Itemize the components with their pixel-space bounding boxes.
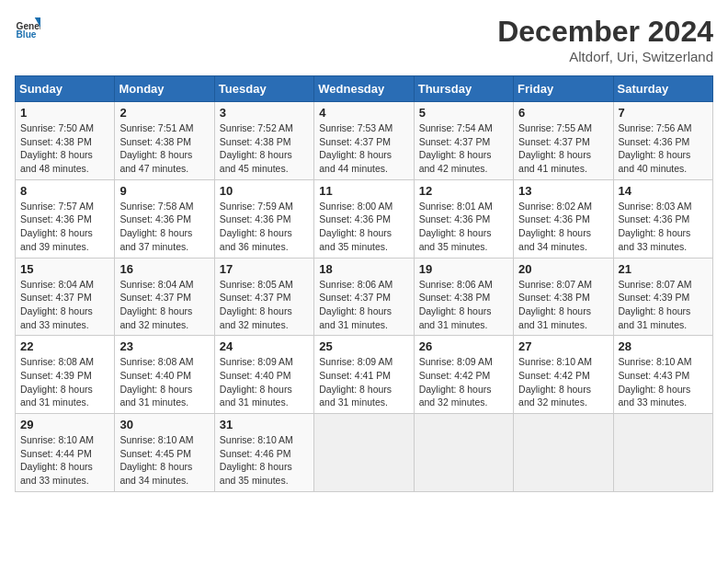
day-number: 17 <box>220 262 309 276</box>
day-info: Sunrise: 8:10 AM Sunset: 4:42 PM Dayligh… <box>518 355 608 409</box>
page-header: General Blue December 2024 Altdorf, Uri,… <box>15 15 713 64</box>
month-title: December 2024 <box>497 15 713 49</box>
day-info: Sunrise: 7:58 AM Sunset: 4:36 PM Dayligh… <box>119 200 209 254</box>
weekday-header: Tuesday <box>214 76 313 102</box>
calendar-day-cell: 27 Sunrise: 8:10 AM Sunset: 4:42 PM Dayl… <box>514 336 613 414</box>
day-info: Sunrise: 8:04 AM Sunset: 4:37 PM Dayligh… <box>20 278 109 332</box>
day-number: 23 <box>119 339 209 353</box>
day-info: Sunrise: 8:01 AM Sunset: 4:36 PM Dayligh… <box>419 200 508 254</box>
weekday-header: Thursday <box>414 76 513 102</box>
calendar-day-cell: 18 Sunrise: 8:06 AM Sunset: 4:37 PM Dayl… <box>314 258 414 336</box>
day-info: Sunrise: 7:55 AM Sunset: 4:37 PM Dayligh… <box>518 121 608 176</box>
day-number: 6 <box>518 106 608 120</box>
calendar-day-cell: 11 Sunrise: 8:00 AM Sunset: 4:36 PM Dayl… <box>314 179 414 258</box>
calendar-day-cell: 10 Sunrise: 7:59 AM Sunset: 4:36 PM Dayl… <box>214 179 313 258</box>
calendar-day-cell <box>414 414 513 492</box>
calendar-week-row: 15 Sunrise: 8:04 AM Sunset: 4:37 PM Dayl… <box>16 258 713 336</box>
day-info: Sunrise: 8:10 AM Sunset: 4:44 PM Dayligh… <box>20 433 109 488</box>
day-number: 2 <box>119 106 209 120</box>
day-number: 3 <box>220 106 309 120</box>
day-number: 18 <box>319 262 408 276</box>
location: Altdorf, Uri, Switzerland <box>497 49 713 64</box>
calendar-day-cell: 2 Sunrise: 7:51 AM Sunset: 4:38 PM Dayli… <box>115 102 214 180</box>
calendar-day-cell: 1 Sunrise: 7:50 AM Sunset: 4:38 PM Dayli… <box>16 102 115 180</box>
day-info: Sunrise: 7:51 AM Sunset: 4:38 PM Dayligh… <box>119 121 209 176</box>
day-number: 5 <box>419 106 508 120</box>
calendar-day-cell: 24 Sunrise: 8:09 AM Sunset: 4:40 PM Dayl… <box>214 336 313 414</box>
calendar-day-cell <box>314 414 414 492</box>
logo: General Blue <box>15 15 40 40</box>
day-info: Sunrise: 8:07 AM Sunset: 4:38 PM Dayligh… <box>518 278 608 332</box>
title-block: December 2024 Altdorf, Uri, Switzerland <box>497 15 713 64</box>
day-number: 25 <box>319 339 408 353</box>
day-number: 14 <box>619 184 708 198</box>
weekday-header: Friday <box>514 76 613 102</box>
calendar-day-cell: 20 Sunrise: 8:07 AM Sunset: 4:38 PM Dayl… <box>514 258 613 336</box>
calendar-day-cell: 13 Sunrise: 8:02 AM Sunset: 4:36 PM Dayl… <box>514 179 613 258</box>
calendar-day-cell: 4 Sunrise: 7:53 AM Sunset: 4:37 PM Dayli… <box>314 102 414 180</box>
calendar-day-cell: 21 Sunrise: 8:07 AM Sunset: 4:39 PM Dayl… <box>613 258 712 336</box>
day-info: Sunrise: 8:06 AM Sunset: 4:37 PM Dayligh… <box>319 278 408 332</box>
day-number: 13 <box>518 184 608 198</box>
calendar-day-cell: 30 Sunrise: 8:10 AM Sunset: 4:45 PM Dayl… <box>115 414 214 492</box>
day-number: 15 <box>20 262 109 276</box>
day-number: 4 <box>319 106 408 120</box>
day-number: 27 <box>518 339 608 353</box>
day-number: 28 <box>619 339 708 353</box>
day-number: 22 <box>20 339 109 353</box>
day-info: Sunrise: 8:10 AM Sunset: 4:43 PM Dayligh… <box>619 355 708 409</box>
day-info: Sunrise: 8:05 AM Sunset: 4:37 PM Dayligh… <box>220 278 309 332</box>
day-info: Sunrise: 8:10 AM Sunset: 4:46 PM Dayligh… <box>220 433 309 488</box>
day-number: 29 <box>20 418 109 431</box>
calendar-day-cell: 16 Sunrise: 8:04 AM Sunset: 4:37 PM Dayl… <box>115 258 214 336</box>
day-info: Sunrise: 8:07 AM Sunset: 4:39 PM Dayligh… <box>619 278 708 332</box>
day-number: 7 <box>619 106 708 120</box>
calendar-day-cell: 8 Sunrise: 7:57 AM Sunset: 4:36 PM Dayli… <box>16 179 115 258</box>
calendar-day-cell: 14 Sunrise: 8:03 AM Sunset: 4:36 PM Dayl… <box>613 179 712 258</box>
day-number: 31 <box>220 418 309 431</box>
day-info: Sunrise: 7:56 AM Sunset: 4:36 PM Dayligh… <box>619 121 708 176</box>
calendar-week-row: 29 Sunrise: 8:10 AM Sunset: 4:44 PM Dayl… <box>16 414 713 492</box>
day-info: Sunrise: 7:54 AM Sunset: 4:37 PM Dayligh… <box>419 121 508 176</box>
calendar-week-row: 1 Sunrise: 7:50 AM Sunset: 4:38 PM Dayli… <box>16 102 713 180</box>
calendar-day-cell <box>613 414 712 492</box>
day-info: Sunrise: 8:04 AM Sunset: 4:37 PM Dayligh… <box>119 278 209 332</box>
day-info: Sunrise: 7:57 AM Sunset: 4:36 PM Dayligh… <box>20 200 109 254</box>
svg-text:Blue: Blue <box>17 29 37 40</box>
day-number: 19 <box>419 262 508 276</box>
day-info: Sunrise: 8:00 AM Sunset: 4:36 PM Dayligh… <box>319 200 408 254</box>
day-number: 26 <box>419 339 508 353</box>
calendar-day-cell: 25 Sunrise: 8:09 AM Sunset: 4:41 PM Dayl… <box>314 336 414 414</box>
day-info: Sunrise: 8:09 AM Sunset: 4:42 PM Dayligh… <box>419 355 508 409</box>
day-info: Sunrise: 7:53 AM Sunset: 4:37 PM Dayligh… <box>319 121 408 176</box>
calendar-day-cell: 5 Sunrise: 7:54 AM Sunset: 4:37 PM Dayli… <box>414 102 513 180</box>
calendar-day-cell: 9 Sunrise: 7:58 AM Sunset: 4:36 PM Dayli… <box>115 179 214 258</box>
weekday-header: Wednesday <box>314 76 414 102</box>
calendar-day-cell <box>514 414 613 492</box>
logo-icon: General Blue <box>15 15 40 40</box>
weekday-header: Sunday <box>16 76 115 102</box>
day-number: 21 <box>619 262 708 276</box>
calendar-day-cell: 29 Sunrise: 8:10 AM Sunset: 4:44 PM Dayl… <box>16 414 115 492</box>
calendar-day-cell: 22 Sunrise: 8:08 AM Sunset: 4:39 PM Dayl… <box>16 336 115 414</box>
day-info: Sunrise: 8:08 AM Sunset: 4:39 PM Dayligh… <box>20 355 109 409</box>
day-info: Sunrise: 8:06 AM Sunset: 4:38 PM Dayligh… <box>419 278 508 332</box>
day-info: Sunrise: 8:08 AM Sunset: 4:40 PM Dayligh… <box>119 355 209 409</box>
day-number: 30 <box>119 418 209 431</box>
day-info: Sunrise: 8:09 AM Sunset: 4:41 PM Dayligh… <box>319 355 408 409</box>
day-number: 24 <box>220 339 309 353</box>
day-info: Sunrise: 7:59 AM Sunset: 4:36 PM Dayligh… <box>220 200 309 254</box>
day-info: Sunrise: 8:02 AM Sunset: 4:36 PM Dayligh… <box>518 200 608 254</box>
calendar-week-row: 8 Sunrise: 7:57 AM Sunset: 4:36 PM Dayli… <box>16 179 713 258</box>
calendar-day-cell: 15 Sunrise: 8:04 AM Sunset: 4:37 PM Dayl… <box>16 258 115 336</box>
day-info: Sunrise: 8:10 AM Sunset: 4:45 PM Dayligh… <box>119 433 209 488</box>
weekday-header: Saturday <box>613 76 712 102</box>
day-info: Sunrise: 7:52 AM Sunset: 4:38 PM Dayligh… <box>220 121 309 176</box>
calendar-table: SundayMondayTuesdayWednesdayThursdayFrid… <box>15 75 713 492</box>
day-number: 1 <box>20 106 109 120</box>
calendar-day-cell: 28 Sunrise: 8:10 AM Sunset: 4:43 PM Dayl… <box>613 336 712 414</box>
day-number: 16 <box>119 262 209 276</box>
day-number: 9 <box>119 184 209 198</box>
calendar-day-cell: 19 Sunrise: 8:06 AM Sunset: 4:38 PM Dayl… <box>414 258 513 336</box>
day-number: 10 <box>220 184 309 198</box>
